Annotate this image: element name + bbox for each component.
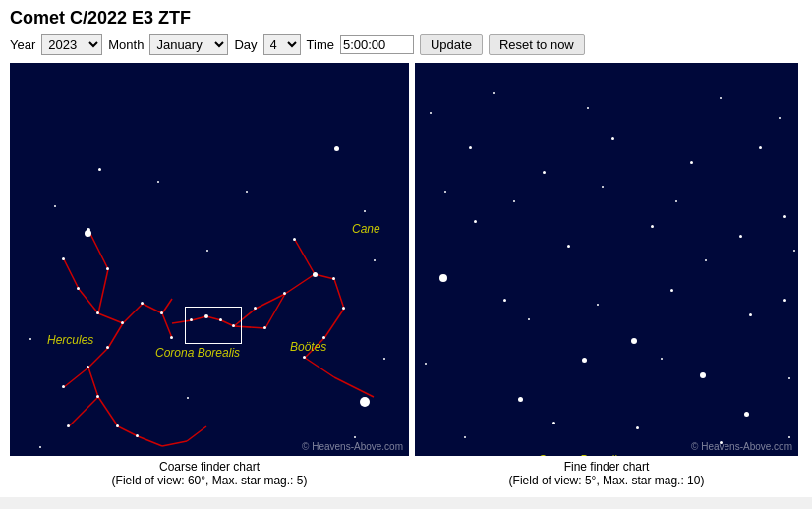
star (293, 238, 296, 241)
star (136, 434, 139, 437)
day-select[interactable]: 1234567891011121314151617181920212223242… (263, 34, 301, 55)
star (587, 107, 589, 109)
controls-bar: Year 202220232024 Month JanuaryFebruaryM… (10, 34, 802, 55)
coarse-copyright: © Heavens-Above.com (302, 441, 403, 452)
star (602, 186, 604, 188)
star (342, 307, 345, 310)
star (87, 228, 90, 232)
star (425, 363, 427, 365)
reset-button[interactable]: Reset to now (489, 34, 585, 55)
star (283, 292, 286, 295)
svg-line-27 (305, 358, 334, 377)
corona-borealis-label: Corona Borealis (155, 346, 240, 360)
fine-chart-canvas[interactable]: ☄ Corona Borealis © Heavens-Above.com (415, 63, 798, 456)
star (263, 326, 266, 329)
page-title: Comet C/2022 E3 ZTF (10, 8, 802, 28)
star (206, 250, 208, 252)
star (39, 446, 41, 448)
star (383, 358, 385, 360)
svg-line-33 (162, 441, 187, 446)
serpens-label: Serpens (165, 454, 209, 456)
star (54, 205, 56, 207)
star (749, 313, 752, 316)
time-label: Time (307, 37, 334, 52)
star (360, 397, 370, 407)
svg-line-22 (285, 274, 315, 294)
star (513, 200, 515, 202)
svg-line-32 (138, 436, 162, 446)
star (246, 191, 248, 193)
fine-chart-container: ☄ Corona Borealis © Heavens-Above.com Fi… (415, 63, 798, 487)
month-select[interactable]: JanuaryFebruaryMarchAprilMayJuneJulyAugu… (149, 34, 228, 55)
star (62, 257, 65, 260)
star (439, 274, 447, 282)
star (334, 146, 339, 151)
svg-line-7 (88, 348, 108, 368)
coarse-chart-canvas[interactable]: Hercules Corona Borealis Boötes Cane Ser… (10, 63, 409, 456)
svg-line-9 (88, 368, 98, 397)
star (636, 426, 639, 429)
fine-copyright: © Heavens-Above.com (691, 441, 792, 452)
svg-line-4 (143, 304, 162, 313)
time-input[interactable] (340, 35, 414, 54)
star (700, 372, 706, 378)
star (739, 235, 742, 238)
svg-line-12 (118, 426, 138, 436)
star (464, 436, 466, 438)
star (87, 366, 89, 368)
update-button[interactable]: Update (420, 34, 483, 55)
coarse-chart-container: Hercules Corona Borealis Boötes Cane Ser… (10, 63, 409, 487)
star (430, 112, 432, 114)
fine-chart-title: Fine finder chart (Field of view: 5°, Ma… (509, 460, 705, 487)
star (788, 377, 790, 379)
star (631, 338, 637, 344)
svg-line-8 (64, 368, 88, 387)
svg-line-34 (187, 426, 206, 441)
star (793, 250, 795, 252)
star (98, 168, 101, 171)
star (141, 302, 144, 305)
star (690, 161, 693, 164)
star (661, 358, 663, 360)
star (170, 336, 173, 339)
svg-line-29 (295, 240, 315, 274)
star (582, 358, 587, 363)
star (254, 307, 257, 310)
star (651, 225, 654, 228)
star (96, 311, 99, 314)
star (354, 436, 356, 438)
svg-line-6 (108, 323, 123, 348)
year-label: Year (10, 37, 35, 52)
svg-line-23 (315, 274, 334, 279)
star (322, 336, 325, 339)
star (744, 412, 749, 417)
star (543, 171, 546, 174)
star (788, 436, 790, 438)
star (313, 272, 318, 277)
star (29, 338, 31, 340)
year-select[interactable]: 202220232024 (41, 34, 102, 55)
star (779, 117, 781, 119)
star (783, 215, 786, 218)
svg-line-1 (98, 269, 108, 313)
month-label: Month (108, 37, 144, 52)
star (552, 422, 555, 424)
star (332, 277, 335, 280)
star (106, 267, 109, 270)
svg-line-5 (162, 313, 172, 338)
svg-line-13 (162, 299, 172, 313)
star (783, 299, 786, 302)
cane-label: Cane (352, 222, 380, 236)
star (597, 304, 599, 306)
star (116, 424, 119, 427)
svg-line-15 (64, 259, 79, 289)
star (187, 397, 189, 399)
selection-box (185, 307, 242, 344)
star (567, 245, 570, 248)
star (157, 181, 159, 183)
svg-line-11 (98, 397, 118, 426)
svg-line-2 (98, 313, 123, 323)
star (62, 385, 65, 388)
star (670, 289, 673, 292)
star (611, 137, 614, 140)
